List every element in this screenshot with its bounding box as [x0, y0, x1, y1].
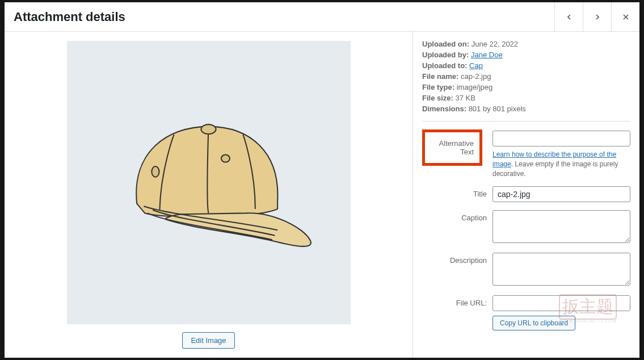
- close-button[interactable]: [611, 2, 639, 31]
- caption-label: Caption: [422, 210, 493, 222]
- caption-input[interactable]: [493, 210, 630, 243]
- meta-file-size: File size: 37 KB: [422, 94, 630, 102]
- image-preview: [67, 41, 351, 324]
- cap-image: [102, 76, 315, 288]
- file-url-label: File URL:: [422, 295, 493, 307]
- preview-column: Edit Image: [5, 32, 413, 358]
- edit-image-button[interactable]: Edit Image: [182, 332, 234, 349]
- description-input[interactable]: [493, 253, 630, 286]
- uploaded-by-link[interactable]: Jane Doe: [471, 51, 503, 59]
- title-input[interactable]: [493, 186, 630, 202]
- svg-point-2: [201, 125, 216, 135]
- copy-url-button[interactable]: Copy URL to clipboard: [493, 316, 575, 330]
- alt-text-label-wrapper: Alternative Text: [422, 131, 493, 166]
- field-title-row: Title: [422, 186, 630, 202]
- field-file-url-row: File URL: Copy URL to clipboard: [422, 295, 630, 330]
- alt-text-label: Alternative Text: [439, 139, 474, 156]
- meta-file-name: File name: cap-2.jpg: [422, 72, 630, 81]
- modal-title: Attachment details: [5, 10, 125, 24]
- field-alt-text-row: Alternative Text Learn how to describe t…: [422, 131, 630, 178]
- details-column: Uploaded on: June 22, 2022 Uploaded by: …: [413, 32, 639, 358]
- meta-dimensions: Dimensions: 801 by 801 pixels: [422, 104, 630, 113]
- meta-uploaded-by: Uploaded by: Jane Doe: [422, 51, 630, 59]
- uploaded-to-link[interactable]: Cap: [469, 61, 483, 70]
- field-description-row: Description: [422, 253, 630, 287]
- svg-point-3: [151, 166, 159, 177]
- next-button[interactable]: [583, 2, 611, 31]
- meta-file-type: File type: image/jpeg: [422, 83, 630, 91]
- modal-body: Edit Image Uploaded on: June 22, 2022 Up…: [5, 32, 639, 358]
- chevron-left-icon: [565, 12, 574, 22]
- meta-uploaded-to: Uploaded to: Cap: [422, 61, 630, 70]
- chevron-right-icon: [593, 12, 602, 22]
- header-nav-buttons: [554, 2, 639, 31]
- divider: [422, 121, 630, 122]
- file-url-input[interactable]: [493, 295, 630, 311]
- svg-point-4: [221, 155, 230, 162]
- close-icon: [621, 12, 630, 22]
- description-label: Description: [422, 253, 493, 265]
- modal-header: Attachment details: [5, 2, 639, 32]
- alt-text-input[interactable]: [493, 131, 630, 146]
- alt-text-highlight: Alternative Text: [422, 129, 482, 166]
- attachment-details-modal: Attachment details: [5, 2, 639, 358]
- meta-uploaded-on: Uploaded on: June 22, 2022: [422, 40, 630, 48]
- title-label: Title: [422, 186, 493, 198]
- field-caption-row: Caption: [422, 210, 630, 245]
- alt-text-help: Learn how to describe the purpose of the…: [493, 150, 630, 178]
- prev-button[interactable]: [554, 2, 583, 31]
